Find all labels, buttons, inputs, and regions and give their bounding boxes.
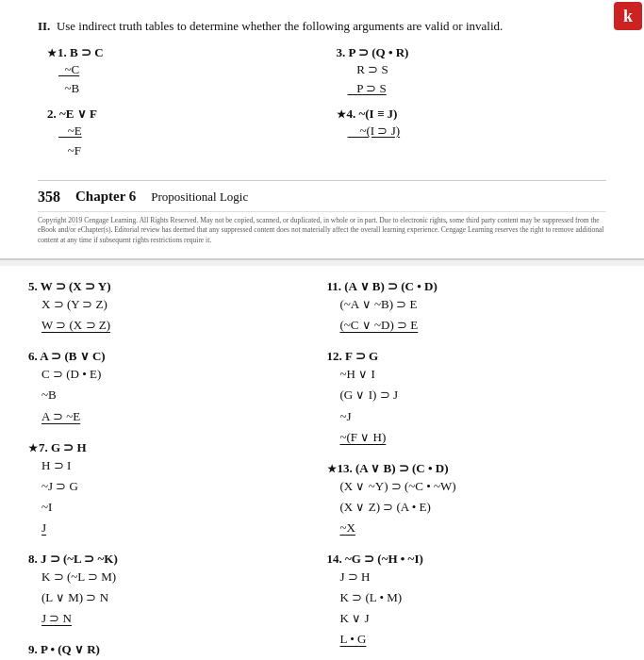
problem-3-line3: P ⊃ S xyxy=(348,79,607,99)
problem-3-line2: R ⊃ S xyxy=(348,60,607,80)
problem-14-l5: L • G xyxy=(340,629,617,650)
problem-2: 2. ~E ∨ F ~E ~F xyxy=(47,107,318,161)
problem-5-num: 5. W ⊃ (X ⊃ Y) xyxy=(28,279,110,293)
problem-3-num: 3. P ⊃ (Q • R) xyxy=(337,45,409,59)
top-badge: k xyxy=(614,2,642,30)
problem-14-l3: K ⊃ (L • M) xyxy=(340,587,617,608)
chapter-subject: Propositional Logic xyxy=(151,190,248,205)
problem-12: 12. F ⊃ G ~H ∨ I (G ∨ I) ⊃ J ~J ~(F ∨ H) xyxy=(327,349,617,447)
chapter-footer: 358 Chapter 6 Propositional Logic xyxy=(38,180,606,206)
problem-12-l4: ~J xyxy=(340,406,617,427)
problem-9-num: 9. P • (Q ∨ R) xyxy=(28,642,100,656)
problem-5-l3: W ⊃ (X ⊃ Z) xyxy=(41,315,318,336)
bottom-right-wrap: 11. (A ∨ B) ⊃ (C • D) (~A ∨ ~B) ⊃ E (~C … xyxy=(327,279,617,660)
problem-6-l2: C ⊃ (D • E) xyxy=(41,364,318,385)
bottom-right-col: 11. (A ∨ B) ⊃ (C • D) (~A ∨ ~B) ⊃ E (~C … xyxy=(327,279,617,660)
problem-1-line2: ~C xyxy=(58,60,318,80)
problem-5-l2: X ⊃ (Y ⊃ Z) xyxy=(41,294,318,315)
problem-14-l4: K ∨ J xyxy=(340,608,617,629)
problem-8-l3: (L ∨ M) ⊃ N xyxy=(41,587,318,608)
problem-6-l4: A ⊃ ~E xyxy=(41,406,318,427)
problem-3: 3. P ⊃ (Q • R) R ⊃ S P ⊃ S xyxy=(337,45,607,100)
instructions: II. Use indirect truth tables to determi… xyxy=(38,17,606,36)
problem-11: 11. (A ∨ B) ⊃ (C • D) (~A ∨ ~B) ⊃ E (~C … xyxy=(327,279,617,336)
problem-4-line2: ~(I ⊃ J) xyxy=(348,122,607,141)
problem-13-l2: (X ∨ ~Y) ⊃ (~C • ~W) xyxy=(340,476,617,497)
problem-12-l2: ~H ∨ I xyxy=(340,364,617,385)
problem-8-l4: J ⊃ N xyxy=(41,608,318,629)
problem-13-l3: (X ∨ Z) ⊃ (A • E) xyxy=(340,497,617,518)
problem-4: 4. ~(I ≡ J) ~(I ⊃ J) xyxy=(337,107,607,141)
problem-9: 9. P • (Q ∨ R) (P • R) ⊃ (S ∨ T) (~S ∨ ~… xyxy=(28,642,318,660)
page-number: 358 xyxy=(38,189,60,206)
problem-7-l4: ~I xyxy=(41,497,318,518)
top-section: II. Use indirect truth tables to determi… xyxy=(0,0,644,260)
problem-13-num: 13. (A ∨ B) ⊃ (C • D) xyxy=(327,461,449,475)
top-right-col: 3. P ⊃ (Q • R) R ⊃ S P ⊃ S 4. ~(I ≡ J) ~… xyxy=(337,45,607,169)
bottom-section: 5. W ⊃ (X ⊃ Y) X ⊃ (Y ⊃ Z) W ⊃ (X ⊃ Z) 6… xyxy=(0,266,644,660)
instruction-label: II. xyxy=(38,19,50,33)
problem-13: 13. (A ∨ B) ⊃ (C • D) (X ∨ ~Y) ⊃ (~C • ~… xyxy=(327,461,617,538)
problem-12-l5: ~(F ∨ H) xyxy=(340,427,617,448)
problem-12-l3: (G ∨ I) ⊃ J xyxy=(340,385,617,405)
problem-1-num: 1. B ⊃ C xyxy=(47,45,104,59)
problem-11-l3: (~C ∨ ~D) ⊃ E xyxy=(340,315,617,336)
problem-7-l2: H ⊃ I xyxy=(41,455,318,476)
problem-8-num: 8. J ⊃ (~L ⊃ ~K) xyxy=(28,552,118,566)
top-problem-grid: 1. B ⊃ C ~C ~B 2. ~E ∨ F ~E ~F 3. P ⊃ (Q… xyxy=(47,45,606,169)
problem-1-line3: ~B xyxy=(58,79,318,99)
problem-11-num: 11. (A ∨ B) ⊃ (C • D) xyxy=(327,279,438,293)
problem-12-num: 12. F ⊃ G xyxy=(327,349,379,363)
problem-6-l3: ~B xyxy=(41,385,318,405)
problem-2-line2: ~E xyxy=(58,122,318,141)
problem-2-num: 2. ~E ∨ F xyxy=(47,107,97,121)
copyright: Copyright 2019 Cengage Learning. All Rig… xyxy=(38,211,606,246)
problem-7: 7. G ⊃ H H ⊃ I ~J ⊃ G ~I J xyxy=(28,440,318,538)
problem-13-l4: ~X xyxy=(340,518,617,538)
bottom-problem-grid: 5. W ⊃ (X ⊃ Y) X ⊃ (Y ⊃ Z) W ⊃ (X ⊃ Z) 6… xyxy=(28,279,616,660)
problem-2-line3: ~F xyxy=(58,141,318,161)
instruction-text: Use indirect truth tables to determine w… xyxy=(57,19,503,33)
problem-11-l2: (~A ∨ ~B) ⊃ E xyxy=(340,294,617,315)
problem-1: 1. B ⊃ C ~C ~B xyxy=(47,45,318,100)
top-left-col: 1. B ⊃ C ~C ~B 2. ~E ∨ F ~E ~F xyxy=(47,45,318,169)
problem-5: 5. W ⊃ (X ⊃ Y) X ⊃ (Y ⊃ Z) W ⊃ (X ⊃ Z) xyxy=(28,279,318,336)
problem-6-num: 6. A ⊃ (B ∨ C) xyxy=(28,349,106,363)
problem-7-l3: ~J ⊃ G xyxy=(41,476,318,497)
problem-4-num: 4. ~(I ≡ J) xyxy=(337,107,398,121)
problem-14-num: 14. ~G ⊃ (~H • ~I) xyxy=(327,552,423,566)
bottom-left-col: 5. W ⊃ (X ⊃ Y) X ⊃ (Y ⊃ Z) W ⊃ (X ⊃ Z) 6… xyxy=(28,279,318,660)
problem-14: 14. ~G ⊃ (~H • ~I) J ⊃ H K ⊃ (L • M) K ∨… xyxy=(327,552,617,650)
problem-6: 6. A ⊃ (B ∨ C) C ⊃ (D • E) ~B A ⊃ ~E xyxy=(28,349,318,426)
problem-7-l5: J xyxy=(41,518,318,538)
chapter-label: Chapter 6 xyxy=(75,189,136,205)
problem-14-l2: J ⊃ H xyxy=(340,567,617,587)
problem-8: 8. J ⊃ (~L ⊃ ~K) K ⊃ (~L ⊃ M) (L ∨ M) ⊃ … xyxy=(28,552,318,629)
problem-8-l2: K ⊃ (~L ⊃ M) xyxy=(41,567,318,587)
problem-7-num: 7. G ⊃ H xyxy=(28,440,87,454)
